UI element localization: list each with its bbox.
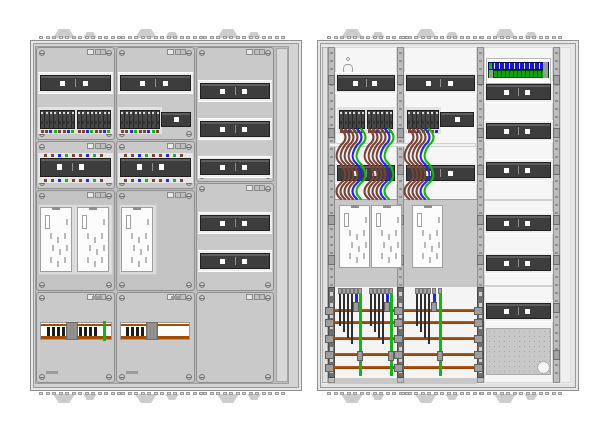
meter-vent [358, 246, 360, 252]
breaker-window [372, 81, 377, 86]
knockout-dash [193, 392, 197, 395]
knockout-dash [39, 36, 43, 39]
joint-strip [484, 199, 553, 201]
rail-hole [399, 284, 402, 286]
meter-vent [388, 257, 390, 263]
fuse-tick [79, 327, 82, 336]
knockout-dash [347, 392, 351, 395]
latch [167, 192, 174, 198]
latch [100, 144, 101, 148]
meter-vent [50, 257, 52, 263]
knockout-dash [173, 392, 177, 395]
terminal-dot [58, 154, 61, 157]
module-mark [381, 112, 383, 114]
rail-hole [555, 108, 558, 110]
din-rail-highlight [201, 254, 269, 256]
rail-hole [330, 140, 333, 142]
fuse-tick [126, 327, 129, 336]
knockout-dash [360, 392, 364, 395]
screw-slot [120, 298, 124, 299]
terminal-dot [368, 130, 371, 133]
terminal-dot [412, 130, 415, 133]
knockout-dash [401, 36, 405, 39]
module-mark [345, 121, 347, 124]
knockout-dash [379, 392, 383, 395]
meter-notch [351, 205, 359, 208]
rail-hole [555, 116, 558, 118]
module-mark [99, 121, 101, 124]
terminal-dot [54, 130, 57, 133]
module-mark [353, 112, 355, 114]
bus-clamp [325, 335, 334, 343]
knockout-dash [552, 392, 556, 395]
knockout-dash [401, 392, 405, 395]
din-rail-edge-light [198, 177, 272, 178]
screw-slot [266, 377, 270, 378]
module-mark [349, 112, 351, 114]
knockout-dash [72, 36, 76, 39]
module-mark [377, 121, 379, 124]
screw-slot [107, 298, 111, 299]
meter-wire-black [343, 294, 345, 332]
module-mark [390, 121, 392, 124]
rail-fitting [553, 255, 560, 265]
din-rail-edge-light [198, 139, 272, 140]
knockout-dash [275, 36, 279, 39]
terminal-dot [79, 179, 82, 182]
meter-vent [429, 234, 431, 240]
rail-hole [555, 148, 558, 150]
module-mark [417, 121, 419, 124]
meter-vent [145, 233, 147, 239]
knockout-dash [223, 392, 227, 395]
rail-hole [330, 188, 333, 190]
din-rail-edge-light [118, 93, 193, 94]
rail-hole [555, 364, 558, 366]
din-rail-edge-light [335, 72, 397, 73]
knockout-dash [519, 392, 523, 395]
meter-wire-black [339, 294, 341, 326]
breaker-window [220, 259, 225, 264]
rail-hole [555, 276, 558, 278]
knockout-dash [500, 36, 504, 39]
terminal-dot [385, 130, 388, 133]
din-rail-highlight [487, 216, 550, 218]
knockout-dash [147, 392, 151, 395]
breaker-window [426, 81, 431, 86]
module-mark [46, 121, 48, 124]
module-mark [78, 112, 80, 114]
terminal-dot [82, 130, 85, 133]
knockout-dash [262, 392, 266, 395]
din-rail-edge-light [198, 80, 272, 81]
knockout-dash [281, 36, 285, 39]
knockout-dash [167, 36, 171, 39]
din-rail-edge-light [404, 72, 477, 73]
rail-hole [479, 68, 482, 70]
module-mark [408, 121, 410, 124]
terminal-dot [65, 154, 68, 157]
breaker-window [242, 221, 247, 226]
rail-hole [555, 124, 558, 126]
breaker-window [57, 164, 62, 170]
din-rail-edge-light [484, 159, 553, 160]
module-mark [436, 121, 438, 124]
cover-panel [196, 292, 274, 383]
terminal-dot [58, 130, 61, 133]
rail-hole [479, 180, 482, 182]
rail-hole [555, 284, 558, 286]
knockout-dash [539, 392, 543, 395]
module-mark [126, 112, 128, 114]
fuse-tick [62, 327, 65, 336]
terminal-dot [41, 130, 44, 133]
module-mark [87, 112, 89, 114]
rail-hole [555, 324, 558, 326]
terminal-dot [381, 130, 384, 133]
din-rail-edge-light [198, 156, 272, 157]
meter-vent [351, 242, 353, 248]
meter-vent [57, 261, 59, 267]
meter-vent [388, 234, 390, 240]
knockout-dash [249, 36, 253, 39]
pe-wire-green [359, 294, 362, 376]
din-rail-edge-light [335, 162, 397, 163]
screw-slot [266, 298, 270, 299]
din-rail-highlight [338, 76, 394, 78]
